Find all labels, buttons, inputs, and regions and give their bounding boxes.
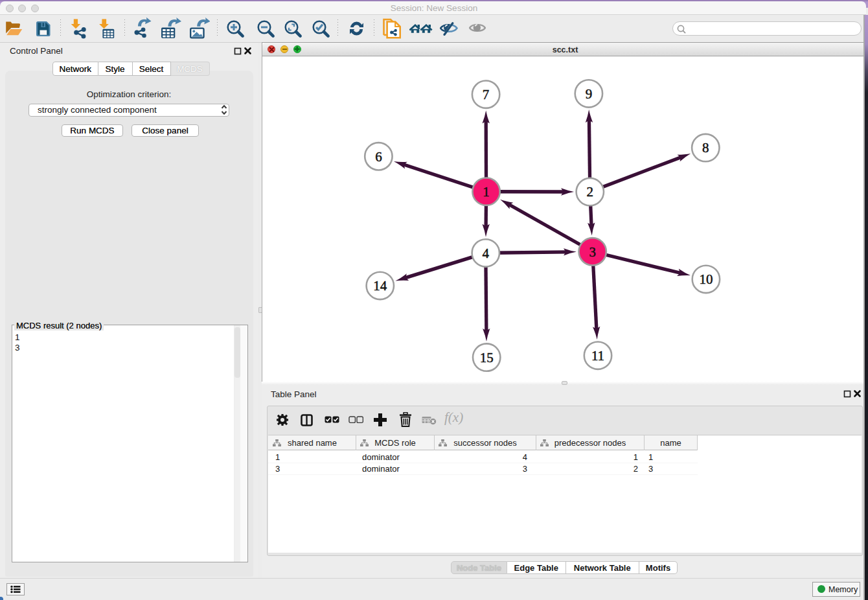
svg-text:15: 15 xyxy=(480,350,494,365)
svg-text:11: 11 xyxy=(591,348,604,363)
svg-text:6: 6 xyxy=(375,149,382,165)
svg-text:1: 1 xyxy=(483,184,490,200)
svg-text:3: 3 xyxy=(589,244,596,260)
svg-text:10: 10 xyxy=(699,271,713,287)
svg-text:9: 9 xyxy=(586,86,593,102)
svg-text:7: 7 xyxy=(483,87,490,102)
svg-text:8: 8 xyxy=(702,140,709,156)
svg-text:14: 14 xyxy=(373,278,387,294)
svg-text:2: 2 xyxy=(587,184,594,200)
svg-text:4: 4 xyxy=(483,246,490,261)
